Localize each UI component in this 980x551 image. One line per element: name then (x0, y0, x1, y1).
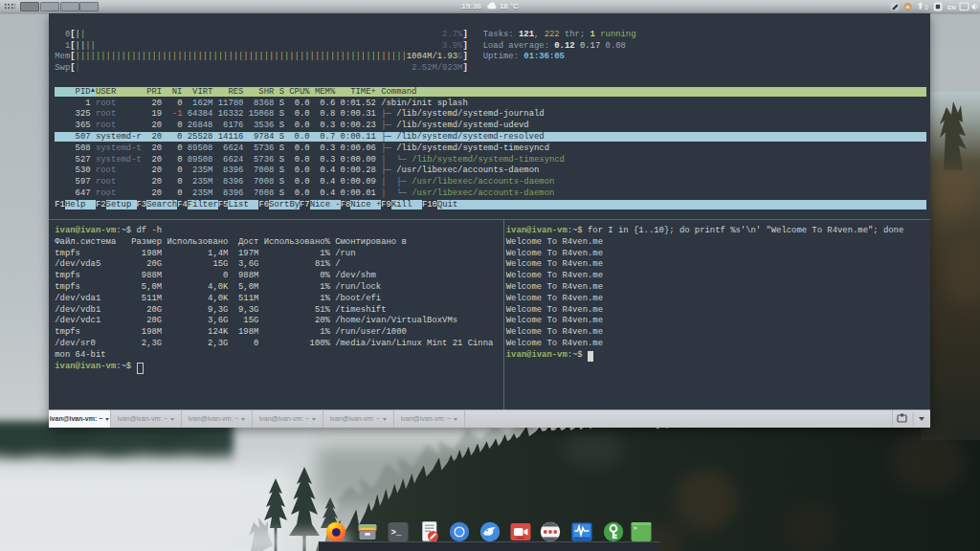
svg-text:1: 1 (924, 4, 928, 11)
svg-text:EN: EN (947, 4, 956, 11)
svg-text:>_: >_ (391, 528, 402, 538)
svg-text:>: > (634, 525, 637, 532)
